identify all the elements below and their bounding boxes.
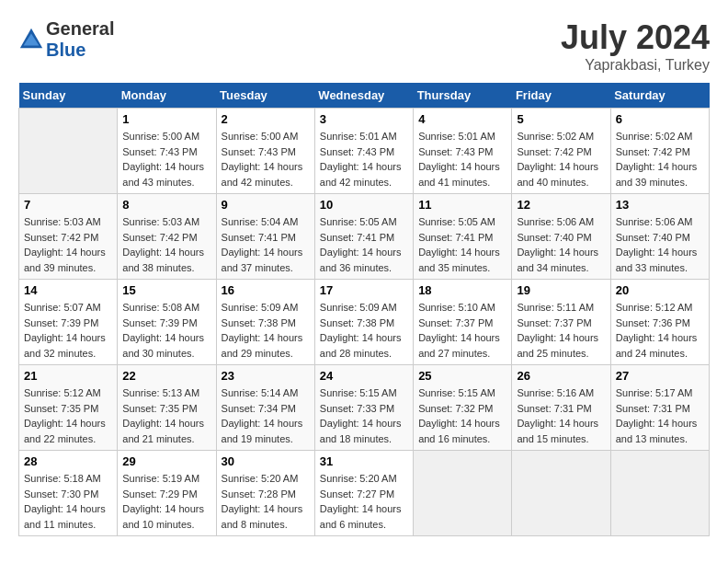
- day-info: Sunrise: 5:08 AMSunset: 7:39 PMDaylight:…: [122, 300, 210, 361]
- calendar-header-cell: Thursday: [414, 83, 512, 109]
- calendar-week-row: 1Sunrise: 5:00 AMSunset: 7:43 PMDaylight…: [19, 109, 710, 194]
- calendar-cell: 13Sunrise: 5:06 AMSunset: 7:40 PMDayligh…: [610, 194, 709, 280]
- calendar-cell: 15Sunrise: 5:08 AMSunset: 7:39 PMDayligh…: [118, 280, 216, 365]
- calendar-cell: 29Sunrise: 5:19 AMSunset: 7:29 PMDayligh…: [118, 451, 216, 536]
- calendar-cell: 18Sunrise: 5:10 AMSunset: 7:37 PMDayligh…: [414, 280, 512, 365]
- calendar-table: SundayMondayTuesdayWednesdayThursdayFrid…: [18, 83, 710, 536]
- logo-text-general: General: [46, 18, 114, 39]
- day-info: Sunrise: 5:19 AMSunset: 7:29 PMDaylight:…: [122, 471, 210, 532]
- day-info: Sunrise: 5:01 AMSunset: 7:43 PMDaylight:…: [418, 129, 506, 190]
- day-number: 26: [517, 369, 605, 383]
- day-number: 24: [320, 369, 408, 383]
- calendar-cell: 20Sunrise: 5:12 AMSunset: 7:36 PMDayligh…: [610, 280, 709, 365]
- day-number: 8: [122, 198, 210, 212]
- day-info: Sunrise: 5:05 AMSunset: 7:41 PMDaylight:…: [418, 214, 506, 275]
- day-info: Sunrise: 5:03 AMSunset: 7:42 PMDaylight:…: [122, 214, 210, 275]
- day-number: 11: [418, 198, 506, 212]
- page-header: General Blue July 2024 Yaprakbasi, Turke…: [18, 18, 710, 74]
- calendar-cell: 6Sunrise: 5:02 AMSunset: 7:42 PMDaylight…: [610, 109, 709, 194]
- day-info: Sunrise: 5:02 AMSunset: 7:42 PMDaylight:…: [616, 129, 704, 190]
- day-info: Sunrise: 5:09 AMSunset: 7:38 PMDaylight:…: [222, 300, 310, 361]
- day-info: Sunrise: 5:00 AMSunset: 7:43 PMDaylight:…: [222, 129, 310, 190]
- day-info: Sunrise: 5:02 AMSunset: 7:42 PMDaylight:…: [517, 129, 605, 190]
- calendar-cell: 28Sunrise: 5:18 AMSunset: 7:30 PMDayligh…: [19, 451, 118, 536]
- day-number: 18: [418, 283, 506, 297]
- main-title: July 2024: [561, 18, 710, 57]
- calendar-header-cell: Friday: [512, 83, 610, 109]
- day-number: 12: [517, 198, 605, 212]
- calendar-header-cell: Monday: [118, 83, 216, 109]
- day-number: 31: [320, 454, 408, 468]
- day-info: Sunrise: 5:04 AMSunset: 7:41 PMDaylight:…: [222, 214, 310, 275]
- day-number: 30: [222, 454, 310, 468]
- day-info: Sunrise: 5:01 AMSunset: 7:43 PMDaylight:…: [320, 129, 408, 190]
- day-info: Sunrise: 5:11 AMSunset: 7:37 PMDaylight:…: [517, 300, 605, 361]
- calendar-cell: 7Sunrise: 5:03 AMSunset: 7:42 PMDaylight…: [19, 194, 118, 280]
- calendar-cell: 25Sunrise: 5:15 AMSunset: 7:32 PMDayligh…: [414, 365, 512, 451]
- day-info: Sunrise: 5:10 AMSunset: 7:37 PMDaylight:…: [418, 300, 506, 361]
- day-info: Sunrise: 5:12 AMSunset: 7:36 PMDaylight:…: [616, 300, 704, 361]
- day-info: Sunrise: 5:13 AMSunset: 7:35 PMDaylight:…: [122, 385, 210, 446]
- day-info: Sunrise: 5:20 AMSunset: 7:28 PMDaylight:…: [222, 471, 310, 532]
- day-info: Sunrise: 5:15 AMSunset: 7:33 PMDaylight:…: [320, 385, 408, 446]
- calendar-cell: 8Sunrise: 5:03 AMSunset: 7:42 PMDaylight…: [118, 194, 216, 280]
- day-number: 6: [616, 112, 704, 126]
- calendar-cell: 1Sunrise: 5:00 AMSunset: 7:43 PMDaylight…: [118, 109, 216, 194]
- day-number: 10: [320, 198, 408, 212]
- day-number: 2: [222, 112, 310, 126]
- day-number: 25: [418, 369, 506, 383]
- day-number: 21: [24, 369, 112, 383]
- calendar-header-cell: Sunday: [19, 83, 118, 109]
- logo: General Blue: [18, 18, 114, 61]
- calendar-cell: 9Sunrise: 5:04 AMSunset: 7:41 PMDaylight…: [216, 194, 314, 280]
- calendar-cell: 16Sunrise: 5:09 AMSunset: 7:38 PMDayligh…: [216, 280, 314, 365]
- day-number: 1: [122, 112, 210, 126]
- calendar-cell: 14Sunrise: 5:07 AMSunset: 7:39 PMDayligh…: [19, 280, 118, 365]
- title-block: July 2024 Yaprakbasi, Turkey: [561, 18, 710, 74]
- day-number: 17: [320, 283, 408, 297]
- day-number: 23: [222, 369, 310, 383]
- calendar-cell: 19Sunrise: 5:11 AMSunset: 7:37 PMDayligh…: [512, 280, 610, 365]
- calendar-week-row: 21Sunrise: 5:12 AMSunset: 7:35 PMDayligh…: [19, 365, 710, 451]
- logo-text-blue: Blue: [46, 40, 85, 60]
- day-info: Sunrise: 5:07 AMSunset: 7:39 PMDaylight:…: [24, 300, 112, 361]
- calendar-cell: 23Sunrise: 5:14 AMSunset: 7:34 PMDayligh…: [216, 365, 314, 451]
- calendar-week-row: 14Sunrise: 5:07 AMSunset: 7:39 PMDayligh…: [19, 280, 710, 365]
- calendar-cell: 2Sunrise: 5:00 AMSunset: 7:43 PMDaylight…: [216, 109, 314, 194]
- day-info: Sunrise: 5:12 AMSunset: 7:35 PMDaylight:…: [24, 385, 112, 446]
- calendar-cell: 27Sunrise: 5:17 AMSunset: 7:31 PMDayligh…: [610, 365, 709, 451]
- day-info: Sunrise: 5:00 AMSunset: 7:43 PMDaylight:…: [122, 129, 210, 190]
- calendar-cell: 30Sunrise: 5:20 AMSunset: 7:28 PMDayligh…: [216, 451, 314, 536]
- day-info: Sunrise: 5:06 AMSunset: 7:40 PMDaylight:…: [517, 214, 605, 275]
- calendar-cell: [610, 451, 709, 536]
- day-number: 7: [24, 198, 112, 212]
- calendar-week-row: 7Sunrise: 5:03 AMSunset: 7:42 PMDaylight…: [19, 194, 710, 280]
- day-number: 9: [222, 198, 310, 212]
- calendar-cell: 17Sunrise: 5:09 AMSunset: 7:38 PMDayligh…: [314, 280, 413, 365]
- day-info: Sunrise: 5:14 AMSunset: 7:34 PMDaylight:…: [222, 385, 310, 446]
- calendar-cell: 10Sunrise: 5:05 AMSunset: 7:41 PMDayligh…: [314, 194, 413, 280]
- day-number: 15: [122, 283, 210, 297]
- day-number: 28: [24, 454, 112, 468]
- calendar-header-cell: Wednesday: [314, 83, 413, 109]
- calendar-header-row: SundayMondayTuesdayWednesdayThursdayFrid…: [19, 83, 710, 109]
- day-number: 29: [122, 454, 210, 468]
- day-info: Sunrise: 5:18 AMSunset: 7:30 PMDaylight:…: [24, 471, 112, 532]
- day-number: 22: [122, 369, 210, 383]
- calendar-cell: [414, 451, 512, 536]
- day-info: Sunrise: 5:16 AMSunset: 7:31 PMDaylight:…: [517, 385, 605, 446]
- day-number: 19: [517, 283, 605, 297]
- calendar-body: 1Sunrise: 5:00 AMSunset: 7:43 PMDaylight…: [19, 109, 710, 536]
- logo-icon: [18, 27, 44, 52]
- day-number: 3: [320, 112, 408, 126]
- calendar-cell: 5Sunrise: 5:02 AMSunset: 7:42 PMDaylight…: [512, 109, 610, 194]
- day-info: Sunrise: 5:03 AMSunset: 7:42 PMDaylight:…: [24, 214, 112, 275]
- calendar-cell: 3Sunrise: 5:01 AMSunset: 7:43 PMDaylight…: [314, 109, 413, 194]
- day-number: 13: [616, 198, 704, 212]
- calendar-cell: 12Sunrise: 5:06 AMSunset: 7:40 PMDayligh…: [512, 194, 610, 280]
- calendar-header-cell: Saturday: [610, 83, 709, 109]
- day-info: Sunrise: 5:15 AMSunset: 7:32 PMDaylight:…: [418, 385, 506, 446]
- day-info: Sunrise: 5:17 AMSunset: 7:31 PMDaylight:…: [616, 385, 704, 446]
- day-info: Sunrise: 5:05 AMSunset: 7:41 PMDaylight:…: [320, 214, 408, 275]
- day-info: Sunrise: 5:09 AMSunset: 7:38 PMDaylight:…: [320, 300, 408, 361]
